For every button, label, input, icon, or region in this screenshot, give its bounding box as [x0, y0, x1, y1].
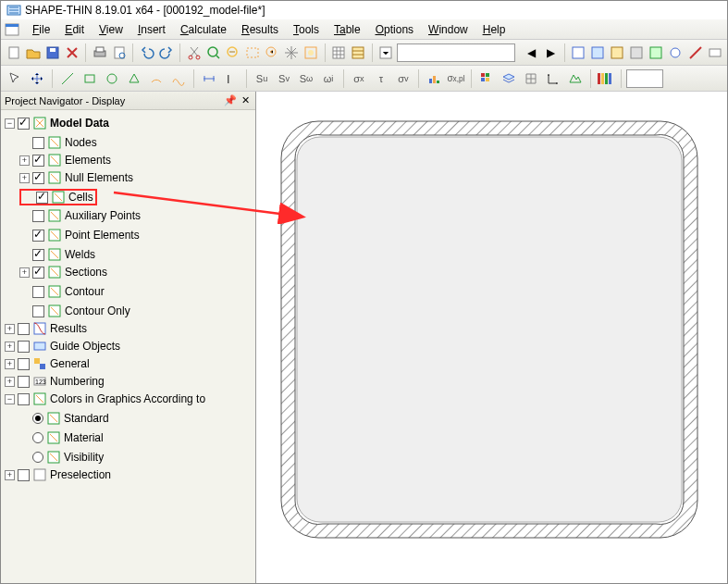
tb2-dim-icon[interactable] [199, 68, 219, 89]
tree-welds[interactable]: Welds [19, 246, 95, 263]
tool-e-icon[interactable] [648, 43, 665, 63]
tb2-sw-icon[interactable]: Sω [296, 68, 316, 89]
save-icon[interactable] [43, 43, 61, 63]
tb2-sigma-v-icon[interactable]: σv [393, 68, 413, 89]
tb2-grid-icon[interactable] [521, 68, 541, 89]
delete-icon[interactable] [63, 43, 80, 63]
menu-options[interactable]: Options [368, 21, 421, 38]
svg-point-29 [107, 74, 117, 83]
project-navigator-panel: Project Navigator - Display 📌 ✕ − Model … [1, 92, 256, 583]
tree-general[interactable]: +General [5, 355, 90, 372]
svg-rect-3 [9, 47, 19, 58]
zoom-window-icon[interactable] [243, 43, 261, 63]
tb2-su-icon[interactable]: Su [252, 68, 272, 89]
tb2-axes-icon[interactable] [543, 68, 563, 89]
svg-line-66 [114, 193, 302, 217]
tb2-tau-icon[interactable]: τ [371, 68, 391, 89]
menu-insert[interactable]: Insert [130, 21, 173, 38]
menu-edit[interactable]: Edit [57, 21, 92, 38]
tree-cells[interactable]: Cells [19, 189, 97, 205]
tree-visibility[interactable]: Visibility [19, 449, 104, 466]
tree-contour-only[interactable]: Contour Only [19, 303, 130, 319]
zoom-out-icon[interactable] [224, 43, 241, 63]
svg-rect-56 [40, 364, 45, 369]
tb2-chart-icon[interactable] [424, 68, 444, 89]
tb2-circle-icon[interactable] [102, 68, 122, 89]
arrow-right-icon[interactable]: ▶ [542, 43, 560, 63]
menu-help[interactable]: Help [475, 21, 513, 38]
tree-numbering[interactable]: +123Numbering [5, 373, 105, 390]
menu-window[interactable]: Window [421, 21, 475, 38]
svg-rect-27 [709, 49, 721, 56]
tree-material[interactable]: Material [19, 429, 104, 446]
redo-icon[interactable] [157, 43, 175, 63]
tree-sections[interactable]: +Sections [19, 264, 107, 280]
menu-view[interactable]: View [92, 21, 130, 38]
tool-h-icon[interactable] [706, 43, 723, 63]
menu-results[interactable]: Results [234, 21, 286, 38]
tb2-move-icon[interactable] [27, 68, 47, 89]
menu-table[interactable]: Table [327, 21, 368, 38]
tree-standard[interactable]: Standard [19, 410, 109, 427]
tree-nodes[interactable]: Nodes [19, 134, 97, 151]
zoom-prev-icon[interactable] [264, 43, 281, 63]
menu-tools[interactable]: Tools [286, 21, 327, 38]
tool-g-icon[interactable] [686, 43, 704, 63]
tree-model-data[interactable]: − Model Data [5, 115, 109, 131]
svg-rect-63 [34, 469, 45, 480]
undo-icon[interactable] [138, 43, 155, 63]
open-icon[interactable] [24, 43, 42, 63]
tree-guide-objects[interactable]: +Guide Objects [5, 338, 120, 354]
tb2-select-icon[interactable] [5, 68, 25, 89]
tool-f-icon[interactable] [667, 43, 685, 63]
svg-rect-40 [605, 73, 608, 84]
tb2-sv-icon[interactable]: Sv [274, 68, 294, 89]
menu-calculate[interactable]: Calculate [173, 21, 234, 38]
tb2-line-icon[interactable] [57, 68, 78, 89]
zoom-in-icon[interactable] [204, 43, 222, 63]
print-preview-icon[interactable] [110, 43, 128, 63]
tb2-sw2-icon[interactable]: ωi [318, 68, 339, 89]
tb2-palette-icon[interactable] [596, 68, 616, 89]
tb2-poly-icon[interactable] [124, 68, 144, 89]
tb2-text-icon[interactable]: I̲ [221, 68, 241, 89]
cut-icon[interactable] [185, 43, 203, 63]
table-icon[interactable] [330, 43, 348, 63]
svg-rect-65 [297, 137, 682, 522]
tb2-render-icon[interactable] [565, 68, 586, 89]
svg-text:123: 123 [35, 379, 46, 385]
tool-b-icon[interactable] [589, 43, 607, 63]
tree-results[interactable]: +Results [5, 320, 87, 337]
table2-icon[interactable] [350, 43, 367, 63]
combo-main[interactable] [397, 43, 515, 62]
drawing-viewport[interactable] [256, 92, 727, 583]
tree-colors-graphics[interactable]: −Colors in Graphics According to [5, 391, 205, 407]
tb2-colors-icon[interactable] [476, 68, 497, 89]
tb2-spline-icon[interactable] [168, 68, 189, 89]
tb2-sigma-icon[interactable]: σx [349, 68, 369, 89]
mdi-icon[interactable] [5, 22, 19, 37]
new-icon[interactable] [5, 43, 22, 63]
pan-icon[interactable] [283, 43, 301, 63]
tree-elements[interactable]: +Elements [19, 152, 111, 168]
dropdown-icon[interactable] [377, 43, 395, 63]
combo-secondary[interactable] [626, 69, 663, 88]
print-icon[interactable] [91, 43, 108, 63]
close-panel-icon[interactable]: ✕ [239, 94, 252, 107]
arrow-left-icon[interactable]: ◀ [522, 43, 539, 63]
tb2-arc-icon[interactable] [146, 68, 167, 89]
menu-file[interactable]: File [25, 21, 57, 38]
tool-a-icon[interactable] [570, 43, 587, 63]
tb2-sigma-pl-icon[interactable]: σx,pl [446, 68, 466, 89]
tree-contour[interactable]: Contour [19, 283, 105, 300]
tree-null-elements[interactable]: +Null Elements [19, 169, 133, 186]
fit-icon[interactable] [302, 43, 320, 63]
svg-rect-5 [50, 48, 56, 52]
tb2-layer-icon[interactable] [499, 68, 519, 89]
tool-c-icon[interactable] [609, 43, 626, 63]
tree-preselection[interactable]: +Preselection [5, 466, 111, 483]
tb2-rect-icon[interactable] [80, 68, 100, 89]
tree-point-elements[interactable]: Point Elements [19, 227, 140, 243]
pin-icon[interactable]: 📌 [224, 94, 237, 107]
tool-d-icon[interactable] [628, 43, 646, 63]
